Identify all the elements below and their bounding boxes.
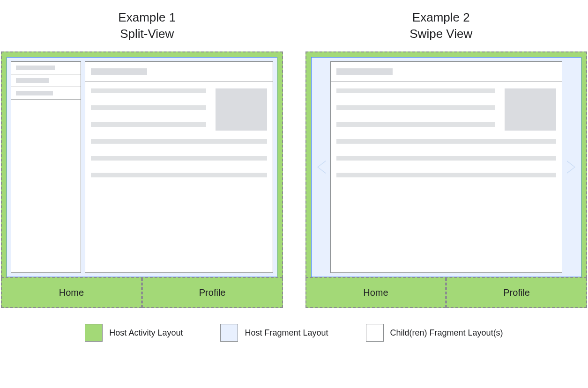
legend: Host Activity Layout Host Fragment Layou…	[0, 308, 588, 342]
placeholder-line	[91, 156, 267, 161]
swatch-white	[366, 324, 384, 342]
tab-label: Home	[363, 287, 388, 298]
detail-body	[331, 82, 562, 196]
swatch-green	[85, 324, 103, 342]
example-2-number: Example 2	[294, 9, 588, 26]
list-item[interactable]	[11, 74, 81, 87]
thumbnail-placeholder	[505, 88, 556, 131]
tab-profile[interactable]: Profile	[142, 278, 283, 308]
host-activity-layout	[1, 51, 283, 278]
legend-child-fragment: Child(ren) Fragment Layout(s)	[366, 324, 503, 342]
placeholder-line	[91, 88, 206, 93]
host-activity-layout	[305, 51, 588, 278]
example-1-subtitle: Split-View	[0, 26, 294, 42]
example-1-number: Example 1	[0, 9, 294, 26]
placeholder-line	[91, 139, 267, 144]
detail-header	[85, 62, 273, 82]
placeholder-line	[91, 105, 206, 110]
tab-home[interactable]: Home	[1, 278, 142, 308]
placeholder-title	[91, 68, 147, 75]
placeholder-line	[91, 173, 267, 177]
placeholder-title	[336, 68, 393, 75]
tab-label: Profile	[503, 287, 530, 298]
placeholder-line	[336, 156, 557, 161]
example-split-view: Home Profile	[1, 51, 283, 308]
host-fragment-layout	[7, 57, 277, 277]
placeholder-line	[336, 173, 557, 177]
bottom-tabs: Home Profile	[1, 278, 283, 308]
legend-label: Host Fragment Layout	[245, 328, 328, 338]
placeholder-line	[336, 139, 557, 144]
detail-body	[85, 82, 273, 196]
list-item[interactable]	[11, 87, 81, 100]
child-fragment-page	[330, 61, 563, 273]
examples-row: Home Profile	[0, 51, 588, 308]
tab-label: Home	[59, 287, 84, 298]
placeholder-bar	[16, 66, 55, 70]
detail-header	[331, 62, 562, 82]
legend-label: Host Activity Layout	[109, 328, 183, 338]
chevron-left-icon[interactable]	[317, 161, 326, 174]
host-fragment-layout	[311, 57, 582, 277]
child-fragment-detail	[85, 61, 273, 273]
placeholder-line	[336, 88, 496, 93]
placeholder-line	[336, 122, 496, 127]
thumbnail-placeholder	[216, 88, 267, 131]
titles-row: Example 1 Split-View Example 2 Swipe Vie…	[0, 0, 588, 51]
placeholder-line	[336, 105, 496, 110]
child-fragment-list	[11, 61, 81, 273]
tab-label: Profile	[199, 287, 226, 298]
bottom-tabs: Home Profile	[305, 278, 588, 308]
example-swipe-view: Home Profile	[305, 51, 588, 308]
placeholder-line	[91, 122, 206, 127]
tab-profile[interactable]: Profile	[446, 278, 587, 308]
list-item[interactable]	[11, 62, 81, 74]
placeholder-bar	[16, 78, 49, 83]
chevron-right-icon[interactable]	[567, 161, 575, 174]
example-1-title: Example 1 Split-View	[0, 9, 294, 42]
placeholder-bar	[16, 91, 53, 95]
example-2-title: Example 2 Swipe View	[294, 9, 588, 42]
legend-host-activity: Host Activity Layout	[85, 324, 183, 342]
tab-home[interactable]: Home	[305, 278, 447, 308]
legend-host-fragment: Host Fragment Layout	[220, 324, 328, 342]
legend-label: Child(ren) Fragment Layout(s)	[390, 328, 503, 338]
swatch-blue	[220, 324, 238, 342]
example-2-subtitle: Swipe View	[294, 26, 588, 42]
